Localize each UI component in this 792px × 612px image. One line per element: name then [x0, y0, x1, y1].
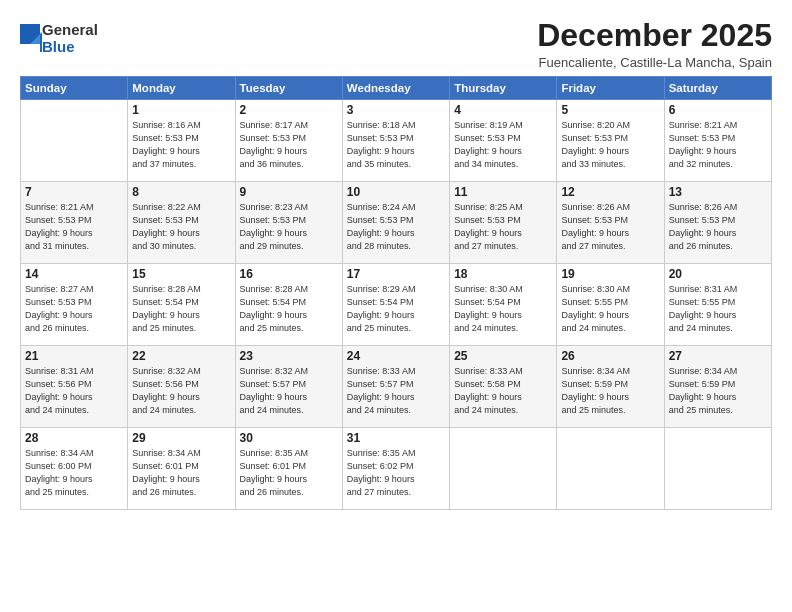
calendar-cell: 12Sunrise: 8:26 AMSunset: 5:53 PMDayligh…: [557, 182, 664, 264]
day-number: 30: [240, 431, 338, 445]
day-number: 5: [561, 103, 659, 117]
calendar-cell: 8Sunrise: 8:22 AMSunset: 5:53 PMDaylight…: [128, 182, 235, 264]
cell-details: Sunrise: 8:32 AMSunset: 5:57 PMDaylight:…: [240, 365, 338, 417]
cell-details: Sunrise: 8:29 AMSunset: 5:54 PMDaylight:…: [347, 283, 445, 335]
cell-details: Sunrise: 8:34 AMSunset: 5:59 PMDaylight:…: [561, 365, 659, 417]
weekday-header-monday: Monday: [128, 77, 235, 100]
day-number: 1: [132, 103, 230, 117]
day-number: 20: [669, 267, 767, 281]
cell-details: Sunrise: 8:20 AMSunset: 5:53 PMDaylight:…: [561, 119, 659, 171]
day-number: 12: [561, 185, 659, 199]
calendar-cell: 28Sunrise: 8:34 AMSunset: 6:00 PMDayligh…: [21, 428, 128, 510]
calendar-cell: 18Sunrise: 8:30 AMSunset: 5:54 PMDayligh…: [450, 264, 557, 346]
weekday-header-friday: Friday: [557, 77, 664, 100]
calendar-week-0: 1Sunrise: 8:16 AMSunset: 5:53 PMDaylight…: [21, 100, 772, 182]
calendar-cell: 5Sunrise: 8:20 AMSunset: 5:53 PMDaylight…: [557, 100, 664, 182]
title-block: December 2025 Fuencaliente, Castille-La …: [537, 18, 772, 70]
calendar-cell: 9Sunrise: 8:23 AMSunset: 5:53 PMDaylight…: [235, 182, 342, 264]
calendar: SundayMondayTuesdayWednesdayThursdayFrid…: [20, 76, 772, 510]
calendar-cell: 26Sunrise: 8:34 AMSunset: 5:59 PMDayligh…: [557, 346, 664, 428]
logo-text: General Blue: [42, 22, 98, 55]
weekday-header-tuesday: Tuesday: [235, 77, 342, 100]
cell-details: Sunrise: 8:18 AMSunset: 5:53 PMDaylight:…: [347, 119, 445, 171]
day-number: 21: [25, 349, 123, 363]
month-title: December 2025: [537, 18, 772, 53]
calendar-cell: 24Sunrise: 8:33 AMSunset: 5:57 PMDayligh…: [342, 346, 449, 428]
cell-details: Sunrise: 8:34 AMSunset: 5:59 PMDaylight:…: [669, 365, 767, 417]
calendar-cell: 7Sunrise: 8:21 AMSunset: 5:53 PMDaylight…: [21, 182, 128, 264]
cell-details: Sunrise: 8:34 AMSunset: 6:01 PMDaylight:…: [132, 447, 230, 499]
calendar-cell: 14Sunrise: 8:27 AMSunset: 5:53 PMDayligh…: [21, 264, 128, 346]
cell-details: Sunrise: 8:34 AMSunset: 6:00 PMDaylight:…: [25, 447, 123, 499]
day-number: 4: [454, 103, 552, 117]
cell-details: Sunrise: 8:17 AMSunset: 5:53 PMDaylight:…: [240, 119, 338, 171]
calendar-week-2: 14Sunrise: 8:27 AMSunset: 5:53 PMDayligh…: [21, 264, 772, 346]
calendar-cell: 25Sunrise: 8:33 AMSunset: 5:58 PMDayligh…: [450, 346, 557, 428]
weekday-header-saturday: Saturday: [664, 77, 771, 100]
calendar-cell: 31Sunrise: 8:35 AMSunset: 6:02 PMDayligh…: [342, 428, 449, 510]
day-number: 22: [132, 349, 230, 363]
cell-details: Sunrise: 8:24 AMSunset: 5:53 PMDaylight:…: [347, 201, 445, 253]
calendar-week-3: 21Sunrise: 8:31 AMSunset: 5:56 PMDayligh…: [21, 346, 772, 428]
day-number: 13: [669, 185, 767, 199]
day-number: 10: [347, 185, 445, 199]
calendar-cell: 11Sunrise: 8:25 AMSunset: 5:53 PMDayligh…: [450, 182, 557, 264]
day-number: 27: [669, 349, 767, 363]
day-number: 24: [347, 349, 445, 363]
weekday-header-sunday: Sunday: [21, 77, 128, 100]
calendar-cell: [450, 428, 557, 510]
day-number: 16: [240, 267, 338, 281]
calendar-cell: 21Sunrise: 8:31 AMSunset: 5:56 PMDayligh…: [21, 346, 128, 428]
calendar-cell: 15Sunrise: 8:28 AMSunset: 5:54 PMDayligh…: [128, 264, 235, 346]
day-number: 2: [240, 103, 338, 117]
logo: General Blue: [20, 22, 98, 55]
day-number: 23: [240, 349, 338, 363]
weekday-header-wednesday: Wednesday: [342, 77, 449, 100]
calendar-cell: [21, 100, 128, 182]
calendar-cell: 27Sunrise: 8:34 AMSunset: 5:59 PMDayligh…: [664, 346, 771, 428]
cell-details: Sunrise: 8:30 AMSunset: 5:54 PMDaylight:…: [454, 283, 552, 335]
calendar-cell: 16Sunrise: 8:28 AMSunset: 5:54 PMDayligh…: [235, 264, 342, 346]
day-number: 25: [454, 349, 552, 363]
day-number: 17: [347, 267, 445, 281]
day-number: 28: [25, 431, 123, 445]
logo-blue: Blue: [42, 39, 98, 56]
calendar-cell: [557, 428, 664, 510]
calendar-cell: 6Sunrise: 8:21 AMSunset: 5:53 PMDaylight…: [664, 100, 771, 182]
cell-details: Sunrise: 8:27 AMSunset: 5:53 PMDaylight:…: [25, 283, 123, 335]
day-number: 7: [25, 185, 123, 199]
weekday-header-thursday: Thursday: [450, 77, 557, 100]
day-number: 6: [669, 103, 767, 117]
calendar-cell: 17Sunrise: 8:29 AMSunset: 5:54 PMDayligh…: [342, 264, 449, 346]
day-number: 26: [561, 349, 659, 363]
weekday-header-row: SundayMondayTuesdayWednesdayThursdayFrid…: [21, 77, 772, 100]
calendar-week-4: 28Sunrise: 8:34 AMSunset: 6:00 PMDayligh…: [21, 428, 772, 510]
calendar-cell: 23Sunrise: 8:32 AMSunset: 5:57 PMDayligh…: [235, 346, 342, 428]
calendar-cell: 19Sunrise: 8:30 AMSunset: 5:55 PMDayligh…: [557, 264, 664, 346]
day-number: 31: [347, 431, 445, 445]
calendar-cell: 13Sunrise: 8:26 AMSunset: 5:53 PMDayligh…: [664, 182, 771, 264]
cell-details: Sunrise: 8:28 AMSunset: 5:54 PMDaylight:…: [132, 283, 230, 335]
cell-details: Sunrise: 8:31 AMSunset: 5:55 PMDaylight:…: [669, 283, 767, 335]
calendar-cell: 4Sunrise: 8:19 AMSunset: 5:53 PMDaylight…: [450, 100, 557, 182]
cell-details: Sunrise: 8:21 AMSunset: 5:53 PMDaylight:…: [25, 201, 123, 253]
calendar-week-1: 7Sunrise: 8:21 AMSunset: 5:53 PMDaylight…: [21, 182, 772, 264]
day-number: 29: [132, 431, 230, 445]
day-number: 15: [132, 267, 230, 281]
calendar-cell: 30Sunrise: 8:35 AMSunset: 6:01 PMDayligh…: [235, 428, 342, 510]
cell-details: Sunrise: 8:33 AMSunset: 5:57 PMDaylight:…: [347, 365, 445, 417]
day-number: 18: [454, 267, 552, 281]
page: General Blue December 2025 Fuencaliente,…: [0, 0, 792, 612]
location: Fuencaliente, Castille-La Mancha, Spain: [537, 55, 772, 70]
cell-details: Sunrise: 8:33 AMSunset: 5:58 PMDaylight:…: [454, 365, 552, 417]
logo-general: General: [42, 22, 98, 39]
cell-details: Sunrise: 8:30 AMSunset: 5:55 PMDaylight:…: [561, 283, 659, 335]
cell-details: Sunrise: 8:31 AMSunset: 5:56 PMDaylight:…: [25, 365, 123, 417]
cell-details: Sunrise: 8:35 AMSunset: 6:01 PMDaylight:…: [240, 447, 338, 499]
day-number: 3: [347, 103, 445, 117]
day-number: 19: [561, 267, 659, 281]
calendar-cell: [664, 428, 771, 510]
calendar-cell: 3Sunrise: 8:18 AMSunset: 5:53 PMDaylight…: [342, 100, 449, 182]
day-number: 14: [25, 267, 123, 281]
day-number: 11: [454, 185, 552, 199]
